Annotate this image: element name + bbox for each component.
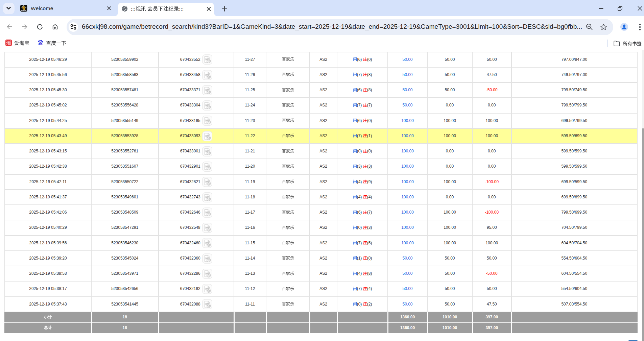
svg-text:du: du (39, 43, 41, 45)
